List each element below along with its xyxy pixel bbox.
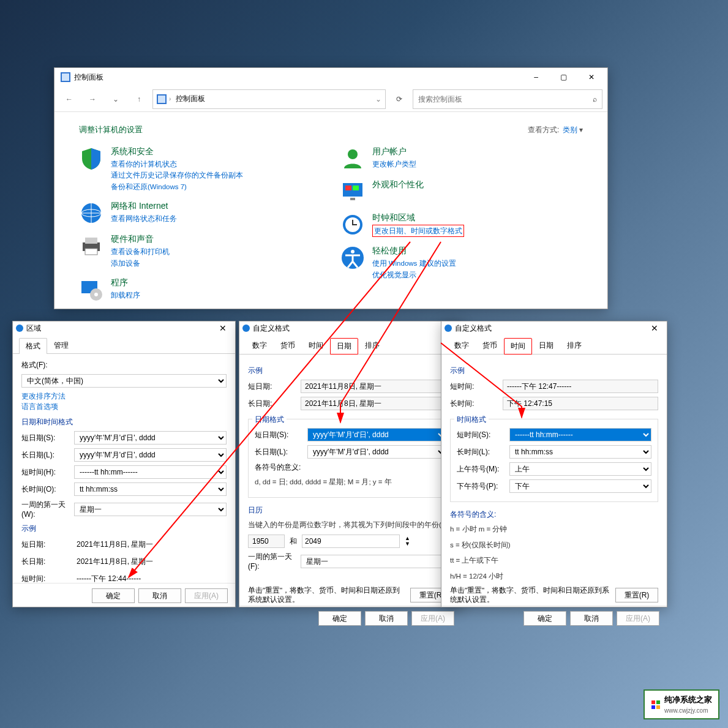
- region-titlebar[interactable]: 区域 ✕: [13, 321, 235, 335]
- category-link[interactable]: 查看网络状态和任务: [111, 213, 177, 224]
- tab-sort[interactable]: 排序: [560, 337, 588, 354]
- svg-point-11: [94, 293, 98, 296]
- example-long-date: 2021年11月8日, 星期一: [301, 397, 453, 410]
- long-time-select[interactable]: tt hh:mm:ss: [74, 482, 227, 496]
- long-time-format-select[interactable]: tt hh:mm:ss: [509, 445, 651, 459]
- address-bar[interactable]: › 控制面板 ⌄: [152, 89, 386, 109]
- cancel-button[interactable]: 取消: [570, 611, 613, 626]
- tab-admin[interactable]: 管理: [47, 337, 75, 353]
- customize-date-dialog: 自定义格式 ✕ 数字 货币 时间 日期 排序 示例 短日期:2021年11月8日…: [239, 321, 462, 607]
- control-panel-window: 控制面板 – ▢ ✕ ← → ⌄ ↑ › 控制面板 ⌄ ⟳ ⌕ 调整计算机的设置…: [54, 67, 608, 309]
- minimize-button[interactable]: –: [522, 68, 550, 86]
- cancel-button[interactable]: 取消: [138, 588, 181, 603]
- example-short-time: ------下午 12:44------: [74, 572, 227, 583]
- ok-button[interactable]: 确定: [318, 611, 361, 626]
- format-select[interactable]: 中文(简体，中国): [21, 374, 227, 388]
- section-datetime-formats: 日期和时间格式: [21, 417, 227, 427]
- tab-date[interactable]: 日期: [532, 337, 560, 354]
- globe-icon: [79, 201, 103, 225]
- year-to-input[interactable]: [302, 535, 400, 548]
- search-input[interactable]: [418, 95, 593, 103]
- tab-number[interactable]: 数字: [246, 337, 274, 354]
- tab-time[interactable]: 时间: [504, 338, 532, 355]
- first-day-select[interactable]: 星期一: [74, 503, 227, 516]
- refresh-button[interactable]: ⟳: [389, 89, 409, 109]
- monitor-icon: [340, 179, 365, 204]
- svg-rect-16: [350, 198, 355, 200]
- ok-button[interactable]: 确定: [92, 588, 135, 603]
- category-heading[interactable]: 程序: [111, 277, 140, 288]
- category-heading[interactable]: 轻松使用: [372, 246, 456, 257]
- category-heading[interactable]: 系统和安全: [111, 146, 243, 157]
- category-link[interactable]: 更改帐户类型: [372, 159, 416, 170]
- category-link[interactable]: 使用 Windows 建议的设置: [372, 258, 456, 269]
- close-button[interactable]: ✕: [645, 323, 664, 333]
- apply-button[interactable]: 应用(A): [617, 611, 659, 626]
- category-heading[interactable]: 网络和 Internet: [111, 201, 177, 212]
- maximize-button[interactable]: ▢: [550, 68, 577, 86]
- example-short-time: ------下午 12:47------: [503, 380, 658, 393]
- category-link[interactable]: 添加设备: [111, 258, 170, 269]
- long-date-select[interactable]: yyyy'年'M'月'd'日', dddd: [74, 448, 227, 462]
- page-title: 调整计算机的设置: [79, 124, 143, 135]
- short-date-select[interactable]: yyyy'年'M'月'd'日', dddd: [74, 431, 227, 445]
- tab-currency[interactable]: 货币: [476, 337, 504, 354]
- svg-point-12: [348, 149, 358, 159]
- category-accounts: 用户帐户 更改帐户类型: [340, 146, 584, 171]
- breadcrumb[interactable]: 控制面板: [176, 94, 205, 104]
- forward-button[interactable]: →: [83, 89, 102, 109]
- link-change-date-format[interactable]: 更改日期、时间或数字格式: [372, 225, 464, 237]
- tab-format[interactable]: 格式: [19, 338, 47, 354]
- cp-titlebar[interactable]: 控制面板 – ▢ ✕: [54, 68, 607, 86]
- tab-sort[interactable]: 排序: [358, 337, 386, 354]
- back-button[interactable]: ←: [59, 89, 79, 109]
- pm-symbol-select[interactable]: 下午: [509, 479, 651, 493]
- category-link[interactable]: 备份和还原(Windows 7): [111, 181, 243, 192]
- apply-button[interactable]: 应用(A): [185, 588, 228, 603]
- short-time-format-select[interactable]: ------tt hh:mm------: [509, 428, 651, 441]
- year-spinner[interactable]: ▲▼: [405, 536, 410, 547]
- first-day-select[interactable]: 星期一: [301, 555, 453, 568]
- reset-button[interactable]: 重置(R): [615, 588, 658, 602]
- tab-currency[interactable]: 货币: [274, 337, 302, 354]
- category-link[interactable]: 查看你的计算机状态: [111, 159, 243, 170]
- cancel-button[interactable]: 取消: [365, 611, 408, 626]
- tab-date[interactable]: 日期: [330, 338, 358, 355]
- category-heading[interactable]: 时钟和区域: [372, 212, 464, 223]
- short-date-format-select[interactable]: yyyy'年'M'月'd'日', dddd: [307, 428, 446, 441]
- svg-point-20: [351, 250, 355, 253]
- category-link[interactable]: 通过文件历史记录保存你的文件备份副本: [111, 170, 243, 181]
- tab-time[interactable]: 时间: [302, 337, 330, 354]
- view-by-link[interactable]: 类别: [563, 126, 577, 134]
- category-heading[interactable]: 用户帐户: [372, 146, 416, 157]
- customize-time-dialog: 自定义格式 ✕ 数字 货币 时间 日期 排序 示例 短时间:------下午 1…: [441, 321, 667, 607]
- svg-point-21: [16, 325, 23, 332]
- svg-rect-3: [158, 96, 165, 103]
- programs-icon: [79, 277, 103, 302]
- category-link[interactable]: 查看设备和打印机: [111, 246, 170, 257]
- address-dropdown[interactable]: ⌄: [375, 95, 381, 103]
- ok-button[interactable]: 确定: [523, 611, 566, 626]
- svg-point-22: [242, 325, 250, 332]
- search-bar[interactable]: ⌕: [413, 89, 602, 109]
- category-link[interactable]: 优化视觉显示: [372, 269, 456, 280]
- link-language-prefs[interactable]: 语言首选项: [21, 402, 227, 412]
- category-heading[interactable]: 外观和个性化: [372, 179, 424, 190]
- am-symbol-select[interactable]: 上午: [509, 462, 651, 476]
- category-link[interactable]: 卸载程序: [111, 290, 140, 301]
- recent-dropdown[interactable]: ⌄: [106, 89, 126, 109]
- up-button[interactable]: ↑: [129, 89, 149, 109]
- custom-time-titlebar[interactable]: 自定义格式 ✕: [441, 321, 667, 335]
- search-icon[interactable]: ⌕: [593, 95, 597, 103]
- tab-number[interactable]: 数字: [448, 337, 476, 354]
- long-date-format-select[interactable]: yyyy'年'M'月'd'日', dddd: [307, 445, 446, 459]
- clock-icon: [340, 212, 365, 237]
- custom-date-titlebar[interactable]: 自定义格式 ✕: [239, 321, 462, 335]
- svg-rect-15: [353, 186, 359, 190]
- category-heading[interactable]: 硬件和声音: [111, 234, 170, 245]
- cp-title: 控制面板: [74, 72, 103, 83]
- link-sort-method[interactable]: 更改排序方法: [21, 391, 227, 402]
- close-button[interactable]: ✕: [213, 323, 233, 333]
- short-time-select[interactable]: ------tt hh:mm------: [74, 465, 227, 479]
- close-button[interactable]: ✕: [577, 68, 605, 86]
